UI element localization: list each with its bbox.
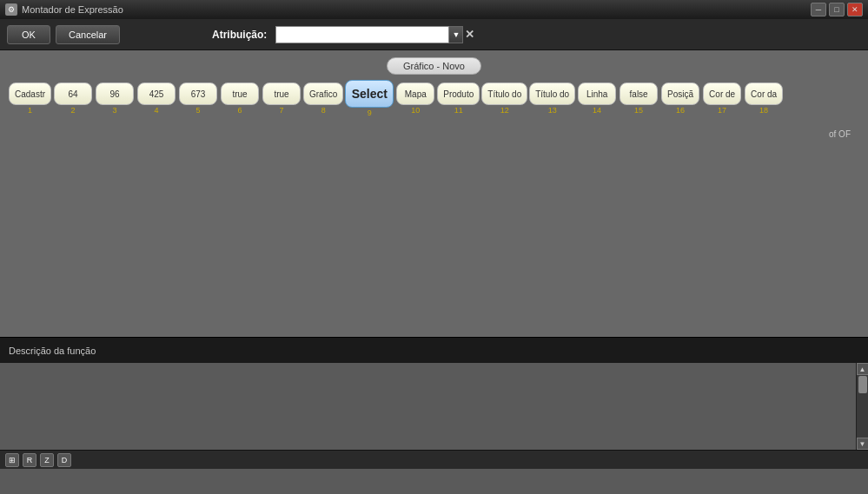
tokens-row: Cadastr164296342546735true6true7Grafico8… xyxy=(9,80,859,117)
token-item: Posiçã16 xyxy=(660,82,700,115)
token-box-11[interactable]: Produto xyxy=(437,82,480,105)
token-item: 4254 xyxy=(136,82,176,115)
graphic-bubble[interactable]: Gráfico - Novo xyxy=(387,57,481,75)
token-number-6: 6 xyxy=(238,106,242,115)
token-item: false15 xyxy=(619,82,659,115)
token-item: Título do13 xyxy=(529,82,575,115)
token-item: Produto11 xyxy=(437,82,480,115)
token-box-13[interactable]: Título do xyxy=(529,82,575,105)
token-area: Gráfico - Novo Cadastr164296342546735tru… xyxy=(0,50,868,124)
status-bar: ⊞ R Z D xyxy=(0,450,868,469)
desc-panel: Descrição da função xyxy=(0,337,868,363)
token-box-17[interactable]: Cor de xyxy=(703,82,741,105)
of-badge: of OF xyxy=(829,126,851,139)
atribuicao-input[interactable] xyxy=(275,26,449,43)
token-item: true6 xyxy=(220,82,260,115)
window-title: Montador de Expressão xyxy=(22,4,811,15)
token-item: 6735 xyxy=(178,82,218,115)
atribuicao-label: Atribuição: xyxy=(212,29,267,41)
token-number-1: 1 xyxy=(28,106,32,115)
toolbar: OK Cancelar Atribuição: ▼ ✕ xyxy=(0,19,868,50)
desc-panel-label: Descrição da função xyxy=(9,346,96,356)
token-item: 642 xyxy=(53,82,93,115)
token-number-12: 12 xyxy=(500,106,509,115)
token-item: 963 xyxy=(95,82,135,115)
token-number-15: 15 xyxy=(634,106,643,115)
scroll-down-button[interactable]: ▼ xyxy=(857,438,869,450)
token-number-8: 8 xyxy=(321,106,326,115)
token-item: Grafico8 xyxy=(303,82,343,115)
token-box-10[interactable]: Mapa xyxy=(396,82,434,105)
token-box-2[interactable]: 64 xyxy=(54,82,92,105)
status-icon-r[interactable]: R xyxy=(23,453,36,467)
token-number-2: 2 xyxy=(71,106,76,115)
token-box-5[interactable]: 673 xyxy=(179,82,217,105)
token-item: Título do12 xyxy=(481,82,527,115)
token-number-14: 14 xyxy=(593,106,601,115)
token-number-17: 17 xyxy=(718,106,726,115)
token-number-13: 13 xyxy=(548,106,557,115)
status-icon-z[interactable]: Z xyxy=(40,453,54,467)
token-item: Linha14 xyxy=(577,82,617,115)
app-icon: ⚙ xyxy=(5,3,17,16)
token-box-4[interactable]: 425 xyxy=(137,82,176,105)
atribuicao-clear-button[interactable]: ✕ xyxy=(465,28,474,41)
scrollbar: ▲ ▼ xyxy=(856,363,868,450)
scroll-thumb[interactable] xyxy=(858,376,867,393)
atribuicao-dropdown[interactable]: ▼ xyxy=(449,26,463,43)
token-box-12[interactable]: Título do xyxy=(481,82,527,105)
ok-button[interactable]: OK xyxy=(7,25,50,44)
token-item: Cor de17 xyxy=(702,82,742,115)
maximize-button[interactable]: □ xyxy=(829,3,845,16)
token-item: Cadastr1 xyxy=(9,82,51,115)
scroll-up-button[interactable]: ▲ xyxy=(857,363,869,375)
minimize-button[interactable]: ─ xyxy=(811,3,826,16)
cancel-button[interactable]: Cancelar xyxy=(56,25,120,44)
token-item: Cor da18 xyxy=(744,82,784,115)
window-controls: ─ □ ✕ xyxy=(811,3,863,16)
work-area: of OF xyxy=(0,124,868,337)
token-box-9[interactable]: Select xyxy=(345,80,394,108)
token-number-7: 7 xyxy=(280,106,284,115)
scroll-track xyxy=(858,375,868,438)
status-icon-grid[interactable]: ⊞ xyxy=(5,453,19,467)
token-number-16: 16 xyxy=(676,106,685,115)
token-item: true7 xyxy=(262,82,301,115)
token-item: Select9 xyxy=(345,80,394,117)
token-box-16[interactable]: Posiçã xyxy=(661,82,699,105)
status-icon-d[interactable]: D xyxy=(57,453,71,467)
token-box-8[interactable]: Grafico xyxy=(303,82,343,105)
token-item: Mapa10 xyxy=(395,82,435,115)
token-box-15[interactable]: false xyxy=(620,82,658,105)
token-box-6[interactable]: true xyxy=(221,82,259,105)
token-box-7[interactable]: true xyxy=(262,82,301,105)
token-number-9: 9 xyxy=(368,109,372,117)
token-number-10: 10 xyxy=(411,106,420,115)
atribuicao-input-wrap: ▼ ✕ xyxy=(275,26,474,43)
token-number-18: 18 xyxy=(759,106,768,115)
token-box-1[interactable]: Cadastr xyxy=(9,82,51,105)
token-number-5: 5 xyxy=(196,106,201,115)
close-button[interactable]: ✕ xyxy=(847,3,863,16)
title-bar: ⚙ Montador de Expressão ─ □ ✕ xyxy=(0,0,868,19)
token-number-3: 3 xyxy=(113,106,117,115)
token-box-3[interactable]: 96 xyxy=(96,82,134,105)
token-number-4: 4 xyxy=(155,106,159,115)
token-box-14[interactable]: Linha xyxy=(578,82,616,105)
bottom-area: ▲ ▼ xyxy=(0,363,868,450)
graphic-bubble-wrap: Gráfico - Novo xyxy=(9,57,859,75)
token-box-18[interactable]: Cor da xyxy=(745,82,783,105)
token-number-11: 11 xyxy=(454,106,463,115)
